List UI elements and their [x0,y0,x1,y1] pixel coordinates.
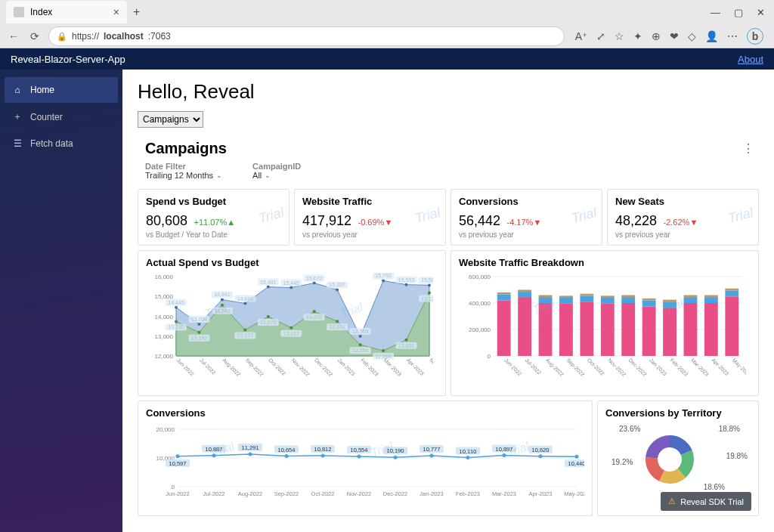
collections-icon[interactable]: ✦ [633,30,642,42]
dashboard-select[interactable]: Campaigns [138,111,203,128]
chevron-down-icon: ⌄ [216,172,222,179]
zoom-icon[interactable]: ⤢ [596,30,605,42]
svg-rect-55 [258,319,279,326]
plus-icon: ＋ [12,110,23,123]
kpi-delta: -2.62% [664,218,690,227]
svg-point-32 [382,279,385,282]
svg-point-8 [197,323,200,326]
home-icon: ⌂ [12,85,23,95]
chart-conversions[interactable]: Conversions 010,00020,00010,597Jun-20221… [138,401,593,516]
filter-date[interactable]: Date Filter Trailing 12 Months⌄ [145,162,222,180]
sidebar-item-counter[interactable]: ＋ Counter [0,103,122,131]
slice-label: 19.8% [726,452,748,460]
arrow-down-icon: ▼ [533,218,541,227]
svg-point-191 [503,453,506,457]
back-icon[interactable]: ← [6,30,21,42]
svg-text:Dec-2022: Dec-2022 [628,357,648,377]
extensions-icon[interactable]: ⊕ [652,30,661,42]
svg-point-71 [405,339,408,342]
dashboard-menu-icon[interactable]: ⋮ [738,141,759,156]
svg-point-53 [267,315,270,318]
svg-point-199 [575,455,579,459]
svg-text:Sep-2022: Sep-2022 [244,357,265,378]
svg-text:Aug-2022: Aug-2022 [544,357,565,378]
kpi-sub: vs previous year [302,230,438,239]
svg-rect-113 [559,295,573,298]
sidebar: ⌂ Home ＋ Counter ☰ Fetch data [0,70,122,532]
svg-point-35 [405,283,408,286]
kpi-spend[interactable]: Spend vs Budget 80,608 +11.07%▲ vs Budge… [138,189,289,246]
svg-point-155 [176,454,180,458]
page-title: Hello, Reveal [138,80,759,104]
kpi-sub: vs Budget / Year to Date [146,230,281,239]
kpi-delta: -0.69% [358,218,385,227]
sidebar-item-fetch[interactable]: ☰ Fetch data [0,131,122,156]
svg-point-26 [336,288,339,291]
favorite-icon[interactable]: ☆ [615,30,624,42]
sidebar-item-label: Fetch data [30,138,73,149]
svg-text:Nov-2022: Nov-2022 [607,357,627,377]
url-port: :7063 [148,31,171,42]
svg-rect-127 [642,306,656,356]
watermark: Trial [257,205,286,227]
svg-rect-67 [350,347,371,354]
chart-body: 0200,000400,000600,000Jun-2022Jul-2022Au… [459,273,751,389]
tab-bar: Index × + — ▢ ✕ [0,0,774,24]
svg-text:May-2023: May-2023 [564,490,584,497]
sidebar-item-home[interactable]: ⌂ Home [5,77,118,103]
profile-icon[interactable]: 👤 [705,30,718,42]
filter-label: CampaignID [252,162,301,171]
url-input[interactable]: 🔒 https://localhost:7063 [48,26,565,46]
more-icon[interactable]: ⋯ [727,30,738,42]
addon-icon[interactable]: ◇ [688,30,696,42]
svg-rect-40 [419,277,433,283]
bing-icon[interactable]: b [747,28,763,45]
svg-rect-25 [304,275,325,282]
trial-badge[interactable]: ⚠ Reveal SDK Trial [661,492,751,511]
filter-label: Date Filter [145,162,222,171]
dashboard-header: Campaigns ⋮ [138,135,759,160]
kpi-title: Spend vs Budget [146,196,281,207]
chart-traffic-breakdown[interactable]: Website Traffic Breakdown 0200,000400,00… [450,250,759,396]
maximize-icon[interactable]: ▢ [734,7,743,18]
chart-actual-spend[interactable]: Actual Spend vs Budget 12,00013,00014,00… [138,250,446,396]
svg-point-20 [289,286,293,289]
close-icon[interactable]: × [113,6,119,18]
svg-rect-137 [684,295,698,298]
refresh-icon[interactable]: ⟳ [27,30,42,42]
kpi-conversions[interactable]: Conversions 56,442 -4.17%▼ vs previous y… [450,189,602,246]
url-host: localhost [104,31,144,42]
svg-point-29 [359,335,362,338]
svg-rect-46 [188,335,209,342]
new-tab-button[interactable]: + [127,5,146,19]
sync-icon[interactable]: ❤ [670,30,679,42]
tab-title: Index [30,7,52,17]
dashboard-filters: Date Filter Trailing 12 Months⌄ Campaign… [138,160,759,186]
browser-tab[interactable]: Index × [6,1,127,23]
filter-campaign[interactable]: CampaignID All⌄ [252,162,301,180]
read-aloud-icon[interactable]: A⁺ [575,30,587,42]
kpi-value: 80,608 [146,213,187,228]
svg-point-65 [359,343,362,346]
minimize-icon[interactable]: — [711,7,720,18]
svg-rect-125 [621,295,635,298]
about-link[interactable]: About [738,54,763,65]
svg-rect-119 [601,304,615,356]
stacked-bar-chart: 0200,000400,000600,000Jun-2022Jul-2022Au… [459,273,746,386]
svg-text:Oct-2022: Oct-2022 [587,357,605,376]
svg-text:0: 0 [488,353,491,360]
svg-text:Jul-2022: Jul-2022 [203,490,225,497]
kpi-traffic[interactable]: Website Traffic 417,912 -0.69%▼ vs previ… [294,189,446,246]
svg-text:Jul-2022: Jul-2022 [199,357,217,376]
svg-point-59 [313,310,316,313]
close-window-icon[interactable]: ✕ [757,7,765,18]
svg-text:Trial: Trial [210,439,236,459]
svg-text:May-2023: May-2023 [731,357,746,379]
kpi-seats[interactable]: New Seats 48,228 -2.62%▼ vs previous yea… [607,189,759,246]
svg-rect-7 [166,299,187,306]
svg-rect-73 [396,342,417,349]
watermark: Trial [413,205,442,227]
chart-body: 12,00013,00014,00015,00016,00014,44513,6… [146,273,438,389]
svg-text:Mar-2023: Mar-2023 [690,357,710,377]
svg-rect-103 [518,298,531,356]
